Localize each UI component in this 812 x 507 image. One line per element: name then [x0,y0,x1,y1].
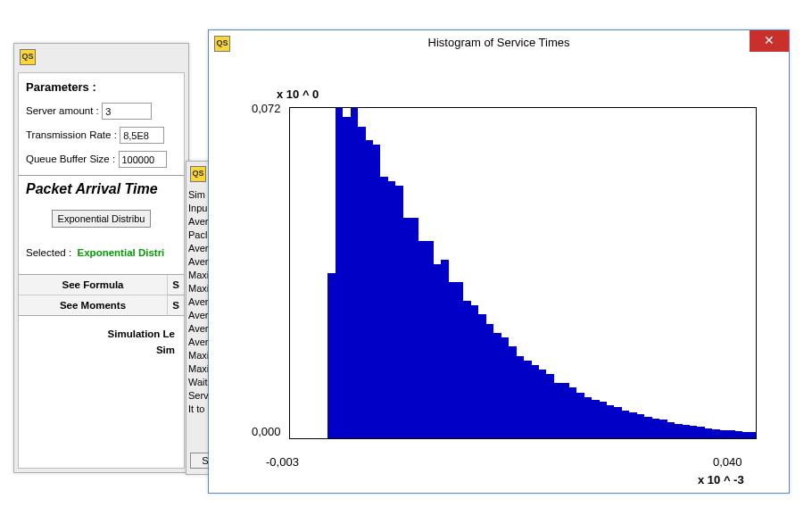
histogram-bar [395,186,402,438]
histogram-bar [509,346,516,438]
histogram-bar [690,426,697,438]
histogram-bar [735,431,742,438]
s-button-bottom[interactable]: S [168,295,184,315]
plot-area: x 10 ^ 0 0,072 0,000 -0,003 0,040 x 10 ^… [209,55,789,493]
x-axis-max: 0,040 [713,455,742,469]
histogram-bar [592,400,599,438]
server-amount-label: Server amount : [26,105,99,116]
histogram-bar [742,432,750,438]
close-button[interactable]: ✕ [750,30,789,52]
histogram-bar [622,411,629,438]
histogram-bar [403,218,410,438]
simulation-label: Sim [26,345,175,355]
histogram-bar [441,260,448,438]
histogram-bar [493,333,501,438]
x-axis-min: -0,003 [266,455,299,469]
histogram-bar [532,365,539,438]
chart-box [289,107,757,439]
histogram-bar [614,407,621,438]
histogram-bar [463,301,470,438]
histogram-bar [629,412,636,438]
histogram-bar [546,374,553,438]
queue-buffer-input[interactable] [119,151,167,168]
histogram-bar [705,428,712,438]
histogram-bar [675,424,682,438]
histogram-bar [607,405,614,438]
transmission-rate-label: Transmission Rate : [26,129,117,140]
histogram-bar [380,177,387,438]
histogram-bars [290,108,756,438]
y-axis-max: 0,072 [252,102,281,115]
transmission-rate-input[interactable] [120,127,164,144]
histogram-window: QS Histogram of Service Times ✕ x 10 ^ 0… [208,29,790,494]
histogram-bar [358,127,365,438]
histogram-bar [667,422,675,439]
histogram-bar [720,430,727,438]
histogram-bar [644,417,651,438]
histogram-bar [576,393,584,438]
s-button-top[interactable]: S [168,275,184,295]
histogram-bar [426,241,433,438]
parameters-window: QS Parameters : Server amount : Transmis… [13,43,189,473]
histogram-bar [501,337,509,438]
histogram-bar [410,218,418,438]
histogram-bar [750,432,757,438]
button-grid: See Formula S See Moments S [19,274,184,316]
histogram-bar [697,427,704,438]
histogram-bar [388,181,395,438]
histogram-bar [336,108,343,438]
histogram-bar [449,282,456,438]
histogram-bar [517,356,524,439]
app-icon: QS [190,166,206,182]
histogram-bar [366,140,373,438]
histogram-bar [418,241,426,438]
histogram-bar [554,383,561,438]
window-title: Histogram of Service Times [209,30,789,55]
close-icon: ✕ [764,33,775,47]
histogram-bar [327,273,335,438]
queue-buffer-label: Queue Buffer Size : [26,154,115,164]
parameters-title: Parameters : [26,80,177,94]
title-bar[interactable]: QS Histogram of Service Times ✕ [209,30,789,56]
x-scale-hint: x 10 ^ -3 [698,473,744,486]
histogram-bar [539,370,546,438]
y-axis-min: 0,000 [252,425,281,438]
see-moments-button[interactable]: See Moments [19,295,168,315]
packet-arrival-title: Packet Arrival Time [26,181,177,197]
histogram-bar [351,108,358,438]
selected-value: Exponential Distri [78,247,165,258]
histogram-bar [712,429,719,438]
simulation-length-label: Simulation Le [26,328,175,339]
histogram-bar [659,420,667,438]
histogram-bar [524,361,531,438]
y-scale-hint: x 10 ^ 0 [277,87,319,101]
histogram-bar [584,397,592,438]
histogram-bar [600,402,607,438]
selected-label: Selected : [26,247,71,258]
histogram-bar [486,324,493,438]
divider [19,175,184,176]
histogram-bar [569,387,576,438]
histogram-bar [343,117,350,438]
histogram-bar [652,419,659,438]
histogram-bar [637,414,644,438]
histogram-bar [727,430,734,438]
distribution-button[interactable]: Exponential Distribu [52,210,152,228]
histogram-bar [561,383,568,438]
histogram-bar [478,314,485,438]
app-icon: QS [20,49,36,65]
see-formula-button[interactable]: See Formula [19,275,168,295]
histogram-bar [471,305,478,438]
histogram-bar [683,425,690,438]
histogram-bar [434,264,441,438]
histogram-bar [456,282,463,438]
server-amount-input[interactable] [102,103,152,120]
parameters-panel: Parameters : Server amount : Transmissio… [18,72,185,469]
histogram-bar [373,145,380,438]
